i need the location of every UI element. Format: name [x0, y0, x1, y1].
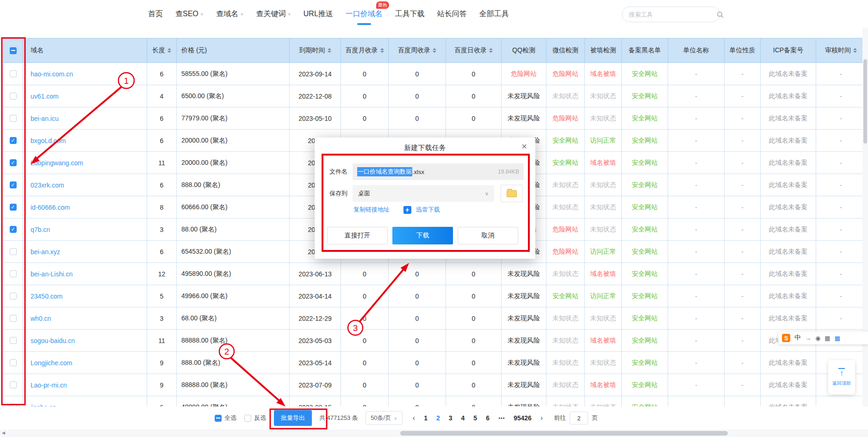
domain-link[interactable]: 023xrk.com [23, 174, 147, 196]
column-header-15[interactable]: 审核时间 [816, 38, 866, 63]
row-checkbox[interactable] [10, 115, 17, 122]
search-icon[interactable] [717, 11, 724, 18]
row-checkbox[interactable] [10, 381, 17, 388]
goto-page-input[interactable] [570, 412, 588, 425]
batch-export-button[interactable]: 批量导出 [274, 410, 312, 426]
active-tab-underline [357, 23, 371, 25]
page-number-6[interactable]: 6 [486, 414, 490, 422]
scroll-left-arrow-icon[interactable]: ◀ [2, 431, 5, 435]
nav-item-8[interactable]: 全部工具 [479, 9, 509, 19]
domain-link[interactable]: bei-an.icu [23, 107, 147, 130]
row-checkbox[interactable] [10, 337, 17, 344]
download-button[interactable]: 下载 [392, 227, 453, 244]
vertical-scrollbar[interactable] [862, 28, 868, 430]
row-checkbox[interactable] [10, 137, 17, 144]
open-directly-button[interactable]: 直接打开 [327, 227, 388, 244]
sort-icon[interactable] [853, 46, 857, 55]
row-checkbox-cell [3, 330, 23, 352]
browse-folder-button[interactable] [501, 185, 523, 202]
close-icon[interactable]: × [521, 141, 527, 152]
back-to-top-button[interactable]: ↑ 返回顶部 [828, 360, 855, 394]
page-number-2[interactable]: 2 [436, 414, 440, 422]
domain-link[interactable]: q7b.cn [23, 218, 147, 241]
page-number-1[interactable]: 1 [424, 414, 428, 422]
unit-name-cell: - [668, 196, 725, 218]
row-checkbox[interactable] [10, 315, 17, 322]
copy-link-button[interactable]: 复制链接地址 [353, 206, 390, 214]
sogou-logo-icon[interactable]: S [782, 334, 790, 342]
blacklist-cell: 安全网站 [622, 285, 668, 307]
row-checkbox[interactable] [10, 204, 17, 211]
domain-link[interactable]: id-60666.com [23, 196, 147, 218]
ime-toolbox-icon[interactable]: ▩ [835, 335, 840, 342]
select-all-checkbox[interactable] [215, 415, 222, 422]
search-input[interactable] [622, 11, 717, 18]
wall-check-cell: 访问正常 [585, 130, 622, 152]
domain-link[interactable]: 23450.com [23, 285, 147, 307]
sort-icon[interactable] [433, 46, 436, 55]
nav-item-0[interactable]: 首页 [148, 9, 163, 19]
row-checkbox[interactable] [10, 93, 17, 100]
column-header-2[interactable]: 长度 [147, 38, 177, 63]
domain-link[interactable]: Lao-pr-mi.cn [23, 374, 147, 396]
page-number-5[interactable]: 5 [473, 414, 477, 422]
ime-mic-icon[interactable]: ◉ [815, 335, 820, 342]
sort-icon[interactable] [489, 46, 493, 55]
row-checkbox[interactable] [10, 270, 17, 277]
sort-icon[interactable] [328, 46, 331, 55]
saveto-select[interactable]: 桌面 ∨ [353, 185, 494, 202]
domain-link[interactable]: Longjiche.com [23, 352, 147, 374]
nav-item-6[interactable]: 工具下载 [395, 9, 425, 19]
domain-link[interactable]: Luopingwang.com [23, 152, 147, 174]
filename-input[interactable]: 一口价域名查询数据 .xlsx 19.84KB [353, 163, 524, 180]
next-page-button[interactable]: › [540, 414, 543, 422]
row-checkbox[interactable] [10, 159, 17, 166]
page-number-3[interactable]: 3 [449, 414, 453, 422]
filename-label: 文件名 [329, 168, 353, 176]
domain-link[interactable]: sogou-baidu.cn [23, 330, 147, 352]
expire-date-cell: 2023-06-13 [290, 263, 341, 285]
nav-item-2[interactable]: 查域名∨ [216, 9, 243, 19]
domain-link[interactable]: wh0.cn [23, 307, 147, 330]
column-header-7[interactable]: 百度日收录 [446, 38, 502, 63]
page-size-select[interactable]: 50条/页 ∨ [366, 411, 403, 425]
row-checkbox[interactable] [10, 293, 17, 300]
domain-link[interactable]: bxgoLd.com [23, 130, 147, 152]
vertical-scrollbar-thumb[interactable] [863, 59, 867, 144]
ime-toolbar[interactable]: S 中 → ◉ ▦ ▩ [778, 331, 868, 344]
baidu-day-cell: 0 [446, 63, 502, 85]
page-number-95426[interactable]: 95426 [514, 414, 532, 422]
row-checkbox[interactable] [10, 70, 17, 77]
domain-link[interactable]: uv61.com [23, 85, 147, 107]
column-header-5[interactable]: 百度月收录 [341, 38, 389, 63]
ime-keyboard-icon[interactable]: ▦ [825, 335, 830, 342]
domain-link[interactable]: bei-an.xyz [23, 241, 147, 263]
row-checkbox[interactable] [10, 181, 17, 188]
column-header-6[interactable]: 百度周收录 [389, 38, 446, 63]
horizontal-scrollbar-thumb[interactable] [400, 431, 728, 436]
goto-label: 前往 [554, 414, 566, 422]
cancel-button[interactable]: 取消 [458, 227, 518, 244]
domain-link[interactable]: hao-mi.com.cn [23, 63, 147, 85]
nav-item-4[interactable]: URL推送 [304, 9, 333, 19]
row-checkbox[interactable] [10, 359, 17, 366]
sort-icon[interactable] [167, 46, 171, 55]
select-all-checkbox[interactable] [10, 47, 17, 54]
row-checkbox[interactable] [10, 248, 17, 255]
nav-item-3[interactable]: 查关键词∨ [256, 9, 291, 19]
thunder-download-button[interactable]: 迅雷下载 [416, 206, 440, 214]
ime-language-indicator[interactable]: 中 [794, 334, 801, 342]
prev-page-button[interactable]: ‹ [413, 414, 415, 422]
price-cell: 49966.00 (聚名) [177, 285, 290, 307]
nav-item-5[interactable]: 一口价域名最热 [346, 9, 383, 19]
invert-select-checkbox[interactable] [244, 415, 251, 422]
ime-arrow-icon[interactable]: → [805, 335, 811, 342]
page-number-4[interactable]: 4 [461, 414, 465, 422]
row-checkbox[interactable] [10, 226, 17, 233]
sort-icon[interactable] [380, 46, 384, 55]
nav-item-1[interactable]: 查SEO∨ [175, 9, 204, 19]
nav-item-7[interactable]: 站长问答 [437, 9, 467, 19]
column-header-4[interactable]: 到期时间 [290, 38, 341, 63]
horizontal-scrollbar[interactable]: ◀ [0, 430, 868, 437]
domain-link[interactable]: bei-an-Lishi.cn [23, 263, 147, 285]
